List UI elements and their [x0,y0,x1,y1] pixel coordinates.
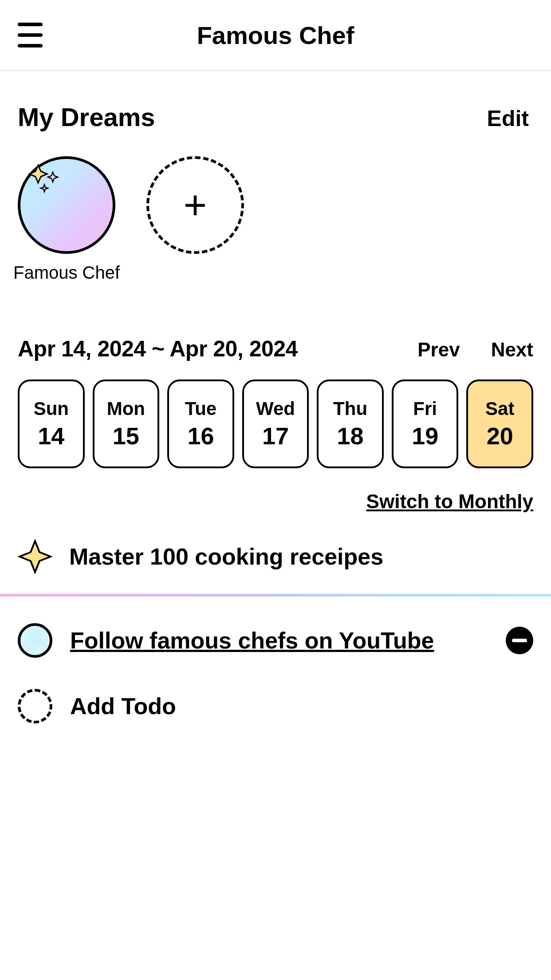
dream-label: Famous Chef [13,263,120,283]
edit-button[interactable]: Edit [487,106,533,131]
day-tue[interactable]: Tue 16 [167,379,234,468]
add-todo-label: Add Todo [70,693,176,719]
next-button[interactable]: Next [491,339,533,361]
todo-item: Follow famous chefs on YouTube [18,623,533,658]
day-name: Tue [185,398,217,419]
day-num: 19 [412,422,438,450]
day-num: 15 [113,422,139,450]
dream-item-famous-chef[interactable]: Famous Chef [18,156,115,283]
day-wed[interactable]: Wed 17 [242,379,309,468]
days-row: Sun 14 Mon 15 Tue 16 Wed 17 Thu 18 Fri 1… [18,379,533,468]
todo-text[interactable]: Follow famous chefs on YouTube [70,627,488,654]
plus-icon: + [184,185,207,225]
day-name: Sat [485,398,514,419]
todo-delete-button[interactable] [506,627,533,654]
menu-icon[interactable] [18,23,43,47]
add-todo-circle-icon [18,689,52,723]
day-num: 18 [337,422,364,450]
sparkle-icon [28,162,68,202]
dreams-section-title: My Dreams [18,102,155,132]
day-name: Sun [34,398,69,419]
day-mon[interactable]: Mon 15 [93,379,160,468]
add-dream-circle: + [146,156,244,254]
page-title: Famous Chef [197,21,354,50]
todo-checkbox[interactable] [18,623,52,658]
dreams-row: Famous Chef + [18,156,533,283]
day-num: 14 [38,422,64,450]
divider [0,594,551,597]
day-sun[interactable]: Sun 14 [18,379,85,468]
add-todo-button[interactable]: Add Todo [18,689,533,723]
goal-row: Master 100 cooking receipes [18,539,533,574]
prev-button[interactable]: Prev [417,339,460,361]
day-num: 16 [187,422,214,450]
date-nav: Prev Next [417,339,533,361]
app-header: Famous Chef [0,0,551,71]
day-name: Mon [107,398,145,419]
day-fri[interactable]: Fri 19 [392,379,459,468]
switch-to-monthly-button[interactable]: Switch to Monthly [366,490,533,512]
day-num: 20 [487,422,513,450]
day-name: Thu [333,398,367,419]
day-name: Fri [413,398,437,419]
day-name: Wed [256,398,295,419]
date-range-row: Apr 14, 2024 ~ Apr 20, 2024 Prev Next [18,336,533,362]
switch-view-row: Switch to Monthly [18,490,533,513]
day-num: 17 [262,422,289,450]
dream-circle [18,156,115,254]
day-thu[interactable]: Thu 18 [317,379,384,468]
day-sat[interactable]: Sat 20 [466,379,533,468]
add-dream[interactable]: + [146,156,244,254]
date-range-label: Apr 14, 2024 ~ Apr 20, 2024 [18,336,298,362]
goal-text: Master 100 cooking receipes [69,543,383,570]
minus-icon [512,639,527,642]
dreams-header: My Dreams Edit [18,102,533,132]
sparkle-icon [18,539,52,574]
